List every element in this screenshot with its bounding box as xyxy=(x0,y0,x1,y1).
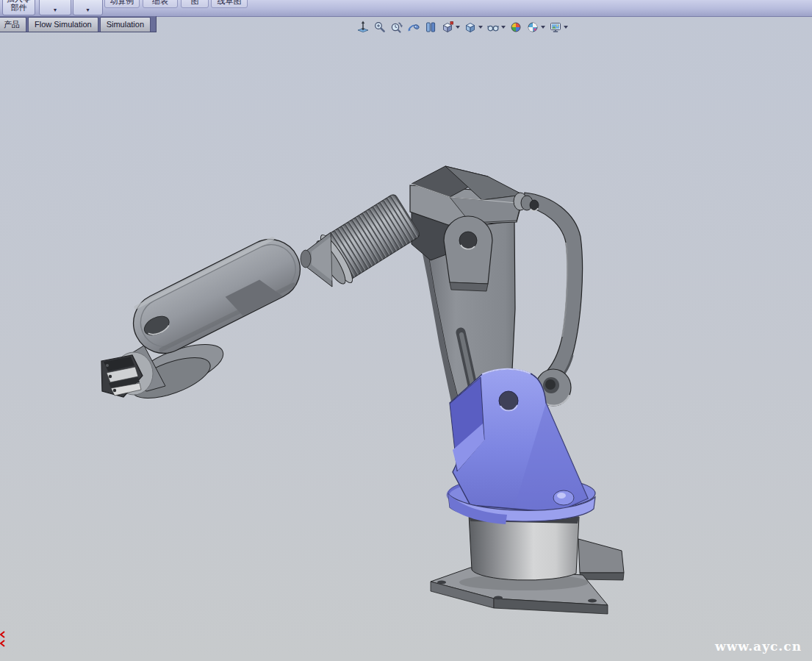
chevron-down-icon xyxy=(564,26,568,29)
exploded-view-label: 图 xyxy=(182,0,208,7)
chevron-down-icon: ▾ xyxy=(73,7,102,13)
motion-study-label: 动算例 xyxy=(105,0,139,7)
section-view-button[interactable] xyxy=(423,20,438,35)
view-orientation-icon xyxy=(441,21,454,34)
insert-components-button[interactable]: 插入零 部件 xyxy=(2,0,35,15)
explode-line-sketch-button[interactable]: 线草图 xyxy=(211,0,248,8)
tab-simulation[interactable]: Simulation xyxy=(100,17,151,32)
toolbar-dropdown-button-2[interactable]: ▾ xyxy=(73,0,103,15)
display-style-icon xyxy=(464,21,477,34)
exploded-view-button[interactable]: 图 xyxy=(181,0,209,8)
origin-triad-fragment xyxy=(0,631,7,650)
zoom-to-fit-button[interactable] xyxy=(356,20,370,35)
command-manager-tab-strip: 产品 Flow Simulation Simulation xyxy=(0,16,157,32)
tab-product[interactable]: 产品 xyxy=(0,17,26,32)
robot-arm-model xyxy=(0,16,812,661)
watermark-text: www.ayc.cn xyxy=(715,639,802,654)
previous-view-button[interactable] xyxy=(389,20,404,35)
chevron-down-icon xyxy=(478,26,483,29)
graphics-area[interactable]: www.ayc.cn xyxy=(0,16,812,661)
view-settings-button[interactable] xyxy=(548,20,569,35)
rotate-view-button[interactable] xyxy=(406,20,421,35)
explode-line-sketch-label: 线草图 xyxy=(212,0,247,7)
apply-scene-button[interactable] xyxy=(525,20,546,35)
bill-of-materials-label: 细表 xyxy=(143,0,177,7)
rotate-view-icon xyxy=(407,21,420,34)
motion-study-button[interactable]: 动算例 xyxy=(104,0,140,8)
heads-up-view-toolbar xyxy=(356,19,569,35)
section-view-icon xyxy=(424,21,437,34)
edit-appearance-button[interactable] xyxy=(509,20,523,35)
zoom-to-area-button[interactable] xyxy=(373,20,387,35)
bill-of-materials-button[interactable]: 细表 xyxy=(143,0,178,8)
tab-flow-simulation[interactable]: Flow Simulation xyxy=(28,17,98,32)
wrist-cone-hub xyxy=(301,232,332,287)
base-cylinder xyxy=(469,515,579,580)
hide-show-items-icon xyxy=(486,21,500,34)
bellows-clevis-lug xyxy=(444,216,492,291)
chevron-down-icon xyxy=(541,26,545,29)
view-orientation-button[interactable] xyxy=(440,20,461,35)
toolbar-dropdown-button-1[interactable]: ▾ xyxy=(39,0,71,15)
chevron-down-icon xyxy=(501,26,506,29)
hide-show-items-button[interactable] xyxy=(486,20,506,35)
chevron-down-icon xyxy=(456,26,460,29)
forearm-link xyxy=(123,229,311,364)
chevron-down-icon: ▾ xyxy=(40,7,71,13)
edit-appearance-icon xyxy=(509,21,522,34)
view-settings-icon xyxy=(549,21,562,34)
zoom-to-area-icon xyxy=(373,21,387,34)
previous-view-icon xyxy=(390,21,403,34)
command-manager-toolbar: 插入零 部件 ▾ ▾ 动算例 细表 图 线草图 xyxy=(0,0,812,17)
apply-scene-icon xyxy=(526,21,539,34)
zoom-to-fit-icon xyxy=(356,21,370,34)
display-style-button[interactable] xyxy=(463,20,484,35)
insert-components-label-line2: 部件 xyxy=(3,3,35,12)
